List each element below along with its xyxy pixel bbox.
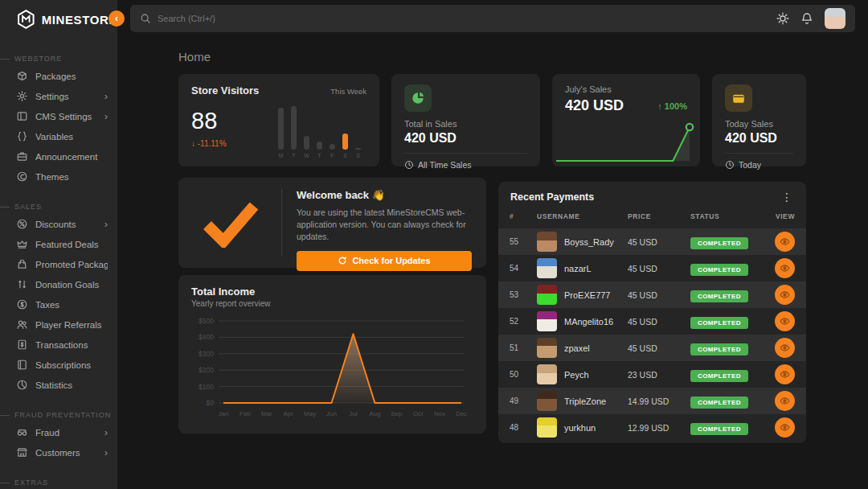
search-bar[interactable] xyxy=(140,13,776,24)
view-payment-button[interactable] xyxy=(775,232,795,252)
day-label: F xyxy=(330,153,335,158)
users-icon xyxy=(16,318,28,331)
player-avatar xyxy=(537,364,557,384)
payment-price: 14.99 USD xyxy=(628,397,690,406)
recent-payments-title: Recent Payments xyxy=(510,191,594,203)
day-label: T xyxy=(317,153,322,158)
payment-price: 12.99 USD xyxy=(628,423,690,433)
view-payment-button[interactable] xyxy=(775,258,795,278)
day-label: W xyxy=(304,153,309,158)
sidebar-item-label: Themes xyxy=(35,172,108,182)
svg-text:Dec: Dec xyxy=(456,410,467,417)
day-label: T xyxy=(291,153,297,158)
payment-id: 53 xyxy=(510,290,537,299)
sidebar-item-announcement[interactable]: Announcement xyxy=(0,146,117,166)
sidebar-item-player-referrals[interactable]: Player Referrals xyxy=(0,314,117,335)
sidebar-item-taxes[interactable]: Taxes xyxy=(0,294,117,314)
clock-icon xyxy=(725,160,735,170)
status-badge: COMPLETED xyxy=(690,397,748,409)
visitor-bar xyxy=(342,134,348,150)
sidebar-item-label: Donation Goals xyxy=(35,280,108,290)
payment-id: 54 xyxy=(510,264,537,273)
search-input[interactable] xyxy=(158,14,415,23)
total-in-sales-footer: All Time Sales xyxy=(404,160,527,170)
sidebar-item-featured-deals[interactable]: Featured Deals xyxy=(0,234,117,254)
payment-row: 53ProEXE77745 USDCOMPLETED xyxy=(498,281,806,308)
view-payment-button[interactable] xyxy=(775,285,795,305)
app-window: MINESTORE ‹ WEBSTOREPackagesSettings›CMS… xyxy=(0,0,868,489)
sidebar-item-promoted-packages[interactable]: Promoted Packages xyxy=(0,254,117,274)
sidebar-item-customers[interactable]: Customers› xyxy=(0,442,117,462)
sidebar-item-fraud[interactable]: Fraud› xyxy=(0,422,117,442)
payment-price: 45 USD xyxy=(628,343,690,353)
sidebar-item-settings[interactable]: Settings› xyxy=(0,86,117,106)
topbar xyxy=(130,5,855,32)
view-payment-button[interactable] xyxy=(775,391,795,411)
chevron-right-icon: › xyxy=(104,91,108,101)
sidebar-collapse-button[interactable]: ‹ xyxy=(108,10,125,27)
svg-text:Nov: Nov xyxy=(434,410,445,417)
view-payment-button[interactable] xyxy=(775,338,795,358)
visitor-bar xyxy=(317,142,322,150)
julys-sales-label: July's Sales xyxy=(565,84,687,94)
sidebar-item-themes[interactable]: Themes xyxy=(0,166,117,187)
payment-price: 45 USD xyxy=(628,237,690,247)
sidebar-section-webstore: WEBSTOREPackagesSettings›CMS Settings›Va… xyxy=(0,51,117,187)
svg-text:$400: $400 xyxy=(199,333,214,341)
kebab-menu-icon[interactable]: ⋮ xyxy=(780,191,794,203)
trend-down-icon: ↓ xyxy=(191,139,195,148)
check-updates-button[interactable]: Check for Updates xyxy=(297,251,472,271)
svg-text:Apr: Apr xyxy=(283,410,293,417)
sidebar-item-label: Fraud xyxy=(35,428,97,438)
sidebar-item-label: Featured Deals xyxy=(35,240,108,249)
sidebar-section-sales: SALESDiscounts›Featured DealsPromoted Pa… xyxy=(0,199,117,395)
player-avatar xyxy=(537,258,557,278)
payment-id: 49 xyxy=(510,397,537,405)
welcome-message: You are using the latest MineStoreCMS we… xyxy=(297,207,472,244)
receipt-icon xyxy=(16,339,28,351)
left-column: Welcome back 👋 You are using the latest … xyxy=(178,178,486,434)
package-icon xyxy=(16,70,28,82)
sidebar-item-donation-goals[interactable]: Donation Goals xyxy=(0,274,117,294)
sidebar-item-cms-settings[interactable]: CMS Settings› xyxy=(0,106,117,126)
view-payment-button[interactable] xyxy=(775,417,795,438)
svg-text:Jun: Jun xyxy=(326,410,337,417)
theme-toggle-sun-icon[interactable] xyxy=(776,12,789,25)
store-visitors-bar-chart: MTWTFSS xyxy=(278,105,366,158)
payment-row: 51zpaxel45 USDCOMPLETED xyxy=(498,335,806,361)
payment-row: 50Peych23 USDCOMPLETED xyxy=(498,361,806,388)
svg-text:Sep: Sep xyxy=(391,410,403,417)
svg-text:$300: $300 xyxy=(199,350,214,358)
payment-username: nazarL xyxy=(564,264,592,273)
sidebar-item-packages[interactable]: Packages xyxy=(0,66,117,86)
gear-icon xyxy=(16,90,28,102)
svg-text:$500: $500 xyxy=(199,317,214,325)
sidebar-item-label: Subscriptions xyxy=(35,360,108,370)
sidebar-item-label: Promoted Packages xyxy=(35,260,108,269)
payments-body: 55Boyss_Rady45 USDCOMPLETED54nazarL45 US… xyxy=(498,228,806,441)
sidebar-item-label: Customers xyxy=(35,448,97,458)
user-avatar[interactable] xyxy=(825,8,845,29)
notifications-bell-icon[interactable] xyxy=(800,12,813,25)
status-badge: COMPLETED xyxy=(690,423,748,435)
svg-text:Feb: Feb xyxy=(240,410,251,417)
player-avatar xyxy=(537,417,557,438)
sidebar: MINESTORE ‹ WEBSTOREPackagesSettings›CMS… xyxy=(0,0,117,489)
sidebar-item-discounts[interactable]: Discounts› xyxy=(0,214,117,234)
sidebar-item-statistics[interactable]: Statistics xyxy=(0,375,117,395)
payment-id: 48 xyxy=(510,423,537,432)
clock-icon xyxy=(404,160,414,170)
welcome-card: Welcome back 👋 You are using the latest … xyxy=(178,178,486,268)
sidebar-item-variables[interactable]: Variables xyxy=(0,126,117,146)
sidebar-item-label: CMS Settings xyxy=(35,112,97,121)
logo[interactable]: MINESTORE xyxy=(0,0,117,37)
sidebar-section-label: EXTRAS xyxy=(0,475,117,489)
sidebar-item-transactions[interactable]: Transactions xyxy=(0,335,117,355)
payment-username: MAngelito16 xyxy=(564,317,613,327)
svg-text:Jan: Jan xyxy=(219,410,229,417)
view-payment-button[interactable] xyxy=(775,311,795,331)
sidebar-item-subscriptions[interactable]: Subscriptions xyxy=(0,355,117,375)
view-payment-button[interactable] xyxy=(775,364,795,384)
payment-id: 50 xyxy=(510,370,537,379)
status-badge: COMPLETED xyxy=(690,343,748,355)
